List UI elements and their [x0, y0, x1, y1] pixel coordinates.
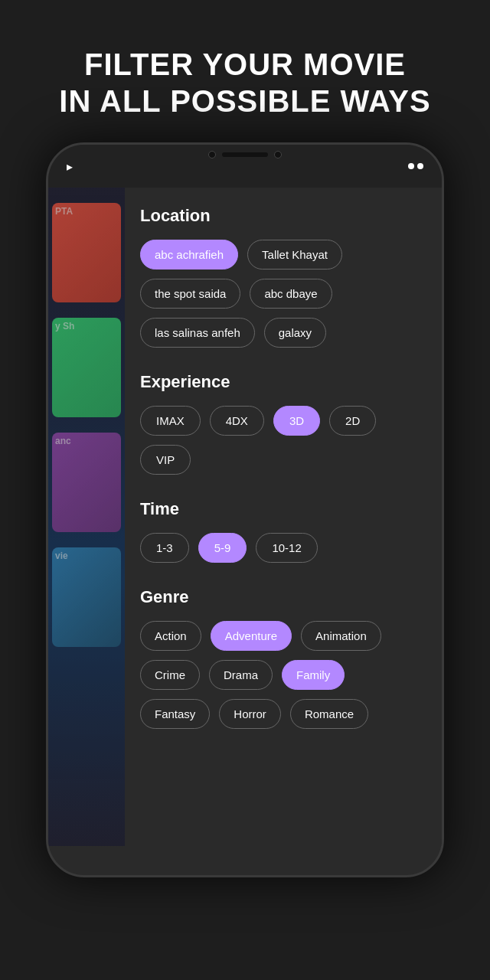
poster-4: vie	[52, 547, 121, 647]
location-chip-spot-saida[interactable]: the spot saida	[140, 279, 240, 309]
genre-chip-romance[interactable]: Romance	[290, 699, 368, 729]
experience-chip-4dx[interactable]: 4DX	[210, 406, 264, 436]
genre-chip-drama[interactable]: Drama	[209, 660, 273, 690]
location-title: Location	[140, 206, 426, 226]
genre-chip-fantasy[interactable]: Fantasy	[140, 699, 210, 729]
location-chip-abc-achrafieh[interactable]: abc achrafieh	[140, 240, 238, 270]
genre-chip-adventure[interactable]: Adventure	[211, 621, 292, 651]
location-chip-galaxy[interactable]: galaxy	[264, 318, 326, 348]
time-title: Time	[140, 499, 426, 519]
location-chips-row-2: the spot saida abc dbaye	[140, 279, 426, 309]
experience-chips-row-1: IMAX 4DX 3D 2D	[140, 406, 426, 436]
status-left: ▸	[67, 159, 73, 174]
phone-side-buttons-right	[442, 283, 444, 371]
genre-section: Genre Action Adventure Animation Crime	[140, 587, 426, 729]
genre-title: Genre	[140, 587, 426, 607]
location-chips-row-1: abc achrafieh Tallet Khayat	[140, 240, 426, 270]
time-chip-10-12[interactable]: 10-12	[256, 533, 317, 563]
camera-dot-2	[274, 151, 282, 158]
poster-1: PTA	[52, 203, 121, 302]
poster-3: anc	[52, 433, 121, 532]
header-section: FILTER YOUR MOVIE IN ALL POSSIBLE WAYS	[0, 0, 490, 142]
header-title: FILTER YOUR MOVIE IN ALL POSSIBLE WAYS	[23, 46, 467, 119]
location-chips-row-3: las salinas anfeh galaxy	[140, 318, 426, 348]
experience-chips-row-2: VIP	[140, 445, 426, 475]
phone-content-area: PTA y Sh anc vie Location abc achrafieh	[48, 188, 442, 846]
location-chip-las-salinas[interactable]: las salinas anfeh	[140, 318, 255, 348]
poster-2: y Sh	[52, 318, 121, 417]
time-chip-1-3[interactable]: 1-3	[140, 533, 189, 563]
experience-chip-imax[interactable]: IMAX	[140, 406, 201, 436]
experience-chip-3d[interactable]: 3D	[273, 406, 320, 436]
genre-chips-row-1: Action Adventure Animation	[140, 621, 426, 651]
camera-dot	[208, 151, 216, 158]
time-chip-5-9[interactable]: 5-9	[198, 533, 247, 563]
genre-chips-row-2: Crime Drama Family	[140, 660, 426, 690]
poster-2-label: y Sh	[52, 318, 77, 335]
status-right	[408, 163, 423, 169]
location-chip-abc-dbaye[interactable]: abc dbaye	[250, 279, 332, 309]
experience-chip-vip[interactable]: VIP	[140, 445, 191, 475]
volume-up-button	[442, 283, 444, 321]
poster-1-label: PTA	[52, 203, 76, 220]
poster-3-label: anc	[52, 433, 74, 449]
filter-panel: Location abc achrafieh Tallet Khayat the…	[125, 188, 442, 846]
signal-icon	[408, 163, 414, 169]
left-poster-area: PTA y Sh anc vie	[48, 188, 125, 846]
volume-down-button	[442, 333, 444, 371]
phone-device: ▸ PTA y Sh anc vie	[46, 142, 444, 877]
wifi-icon: ▸	[67, 159, 73, 174]
experience-section: Experience IMAX 4DX 3D 2D	[140, 372, 426, 475]
phone-notch	[208, 151, 282, 158]
location-section: Location abc achrafieh Tallet Khayat the…	[140, 206, 426, 348]
speaker-line	[222, 152, 268, 157]
experience-title: Experience	[140, 372, 426, 392]
genre-chip-crime[interactable]: Crime	[140, 660, 200, 690]
experience-chip-2d[interactable]: 2D	[329, 406, 376, 436]
time-section: Time 1-3 5-9 10-12	[140, 499, 426, 563]
poster-4-label: vie	[52, 547, 71, 564]
genre-chips-row-3: Fantasy Horror Romance	[140, 699, 426, 729]
genre-chip-action[interactable]: Action	[140, 621, 201, 651]
phone-status-bar: ▸	[48, 145, 442, 188]
genre-chip-horror[interactable]: Horror	[219, 699, 281, 729]
time-chips-row: 1-3 5-9 10-12	[140, 533, 426, 563]
genre-chip-family[interactable]: Family	[282, 660, 345, 690]
battery-icon	[417, 163, 423, 169]
genre-chip-animation[interactable]: Animation	[301, 621, 381, 651]
location-chip-tallet-khayat[interactable]: Tallet Khayat	[247, 240, 342, 270]
